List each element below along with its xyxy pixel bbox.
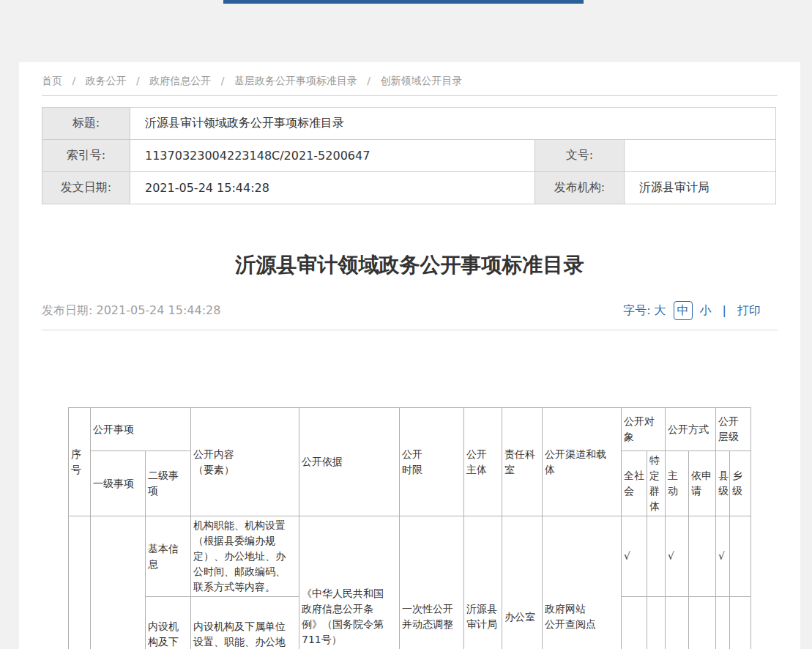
catalog-header-row-1: 序 号 公开事项 公开内容 （要素） 公开依据 公开 时限 公开 主体 责任科 … (69, 408, 751, 451)
cell-check-county: √ (716, 516, 730, 597)
meta-label-doc-number: 文号: (535, 140, 625, 172)
breadcrumb-separator: / (72, 75, 75, 86)
content-panel: 首页 / 政务公开 / 政府信息公开 / 基层政务公开事项标准目录 / 创新领域… (19, 62, 800, 649)
cell-content: 内设机构及下属单位 设置、职能、办公地 址、办公时间、联系 方式、负责人姓名等 … (191, 597, 299, 649)
header-audience: 公开对 象 (622, 408, 666, 451)
meta-value-issuing-org: 沂源县审计局 (625, 172, 776, 204)
publish-date-label: 发布日期: (42, 303, 92, 317)
header-method: 公开方式 (666, 408, 716, 451)
header-to-public: 全社 会 (622, 451, 647, 516)
font-size-label: 字号: (623, 302, 650, 319)
cell-check-proactive: √ (666, 597, 689, 649)
header-department: 责任科 室 (502, 408, 543, 516)
breadcrumb-separator: / (367, 75, 370, 86)
cell-second-level: 基本信 息 (146, 516, 191, 597)
cell-serial (69, 516, 91, 649)
cell-check-specific-group (647, 516, 666, 597)
document-meta-table: 标题: 沂源县审计领域政务公开事项标准目录 索引号: 1137032300422… (42, 107, 776, 204)
meta-value-index: 11370323004223148C/2021-5200647 (130, 140, 535, 172)
meta-row-index: 索引号: 11370323004223148C/2021-5200647 文号: (42, 140, 776, 172)
breadcrumb-item-zhengwugongkai[interactable]: 政务公开 (86, 75, 127, 86)
breadcrumb-separator: / (136, 75, 140, 86)
toolbar-divider: | (723, 302, 726, 319)
publish-toolbar-row: 发布日期: 2021-05-24 15:44:28 字号: 大 中 小 | 打印 (42, 301, 778, 320)
breadcrumb-item-jiceng-catalog[interactable]: 基层政务公开事项标准目录 (234, 75, 357, 86)
cell-check-township (730, 516, 751, 597)
header-specific-group: 特 定 群 体 (647, 451, 666, 516)
meta-label-title: 标题: (42, 108, 130, 140)
cell-check-township (730, 597, 751, 649)
cell-check-specific-group (647, 597, 666, 649)
page: { "page": { "background": "#f1f1f1", "ac… (0, 0, 812, 649)
print-button[interactable]: 打印 (737, 302, 761, 319)
cell-check-proactive: √ (666, 516, 689, 597)
header-time-limit: 公开 时限 (400, 408, 464, 516)
cell-first-level (91, 516, 146, 649)
header-county: 县 级 (716, 451, 730, 516)
header-subject: 公开 主体 (464, 408, 502, 516)
catalog-table: 序 号 公开事项 公开内容 （要素） 公开依据 公开 时限 公开 主体 责任科 … (68, 407, 751, 649)
header-content: 公开内容 （要素） (191, 408, 299, 516)
cell-check-county: √ (716, 597, 730, 649)
header-first-level: 一级事项 (91, 451, 146, 516)
meta-label-issue-date: 发文日期: (42, 172, 130, 204)
cell-second-level: 内设机 构及下 属事业 单位信 息 (146, 597, 191, 649)
breadcrumb-item-zhengfuxinxigongkai[interactable]: 政府信息公开 (149, 75, 211, 86)
header-matters: 公开事项 (91, 408, 191, 451)
header-basis: 公开依据 (299, 408, 400, 516)
cell-check-to-public: √ (622, 516, 647, 597)
meta-value-doc-number (625, 140, 776, 172)
cell-check-on-request (689, 597, 716, 649)
font-size-small-button[interactable]: 小 (700, 302, 712, 319)
breadcrumb: 首页 / 政务公开 / 政府信息公开 / 基层政务公开事项标准目录 / 创新领域… (42, 62, 778, 96)
cell-time-limit: 一次性公开 并动态调整 (400, 516, 464, 649)
meta-value-title: 沂源县审计领域政务公开事项标准目录 (130, 108, 776, 140)
header-proactive: 主 动 (666, 451, 689, 516)
cell-channels: 政府网站 公开查阅点 (543, 516, 622, 649)
breadcrumb-separator: / (221, 75, 225, 86)
table-row: 基本信 息 机构职能、机构设置 （根据县委编办规 定）、办公地址、办 公时间、邮… (69, 516, 751, 597)
meta-label-issuing-org: 发布机构: (535, 172, 625, 204)
breadcrumb-item-chuangxin-catalog[interactable]: 创新领域公开目录 (381, 75, 463, 86)
article-tools: 字号: 大 中 小 | 打印 (623, 301, 764, 320)
meta-row-date: 发文日期: 2021-05-24 15:44:28 发布机构: 沂源县审计局 (42, 172, 776, 204)
header-channels: 公开渠道和载 体 (543, 408, 622, 516)
publish-date: 发布日期: 2021-05-24 15:44:28 (42, 302, 220, 319)
cell-check-on-request (689, 516, 716, 597)
header-township: 乡 级 (730, 451, 751, 516)
header-on-request: 依申 请 (689, 451, 716, 516)
font-size-medium-button[interactable]: 中 (674, 301, 693, 320)
breadcrumb-item-home[interactable]: 首页 (42, 75, 62, 86)
page-title: 沂源县审计领域政务公开事项标准目录 (42, 253, 778, 278)
cell-check-to-public: √ (622, 597, 647, 649)
top-nav-bar-remnant (223, 0, 584, 4)
cell-basis: 《中华人民共和国 政府信息公开条 例》（国务院令第 711号） (299, 516, 400, 649)
header-second-level: 二级事 项 (146, 451, 191, 516)
meta-value-issue-date: 2021-05-24 15:44:28 (130, 172, 535, 204)
header-serial: 序 号 (69, 408, 91, 516)
cell-subject: 沂源县 审计局 (464, 516, 502, 649)
font-size-large-button[interactable]: 大 (655, 302, 666, 319)
publish-date-value: 2021-05-24 15:44:28 (96, 303, 220, 317)
meta-label-index: 索引号: (42, 140, 130, 172)
cell-content: 机构职能、机构设置 （根据县委编办规 定）、办公地址、办 公时间、邮政编码、 联… (191, 516, 299, 597)
cell-department: 办公室 (502, 516, 543, 649)
header-level: 公开 层级 (716, 408, 751, 451)
meta-row-title: 标题: 沂源县审计领域政务公开事项标准目录 (42, 108, 776, 140)
divider-line (42, 330, 778, 330)
